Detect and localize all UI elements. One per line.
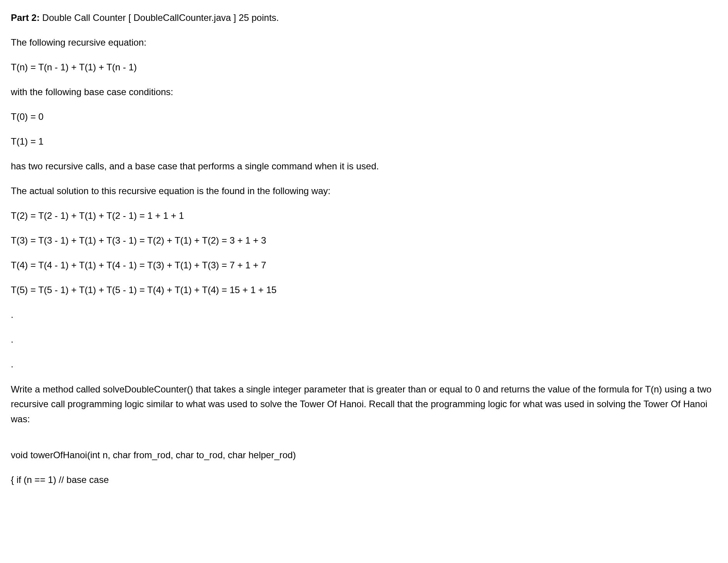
intro-text: The following recursive equation: <box>11 36 717 49</box>
part-header: Part 2: Double Call Counter [ DoubleCall… <box>11 11 717 25</box>
base-case-0: T(0) = 0 <box>11 110 717 124</box>
part-title: Double Call Counter [ DoubleCallCounter.… <box>40 12 279 23</box>
code-signature: void towerOfHanoi(int n, char from_rod, … <box>11 448 717 462</box>
task-description: Write a method called solveDoubleCounter… <box>11 382 714 427</box>
t2-expansion: T(2) = T(2 - 1) + T(1) + T(2 - 1) = 1 + … <box>11 209 717 223</box>
t4-expansion: T(4) = T(4 - 1) + T(1) + T(4 - 1) = T(3)… <box>11 258 717 272</box>
base-case-1: T(1) = 1 <box>11 135 717 148</box>
t3-expansion: T(3) = T(3 - 1) + T(1) + T(3 - 1) = T(2)… <box>11 234 717 247</box>
solution-intro: The actual solution to this recursive eq… <box>11 184 717 198</box>
code-body: { if (n == 1) // base case <box>11 473 717 487</box>
base-case-intro: with the following base case conditions: <box>11 85 717 99</box>
ellipsis-dot-1: . <box>11 308 717 322</box>
ellipsis-dot-3: . <box>11 357 717 371</box>
recursive-equation: T(n) = T(n - 1) + T(1) + T(n - 1) <box>11 60 717 74</box>
spacer <box>11 437 717 448</box>
ellipsis-dot-2: . <box>11 333 717 346</box>
description-text: has two recursive calls, and a base case… <box>11 159 717 173</box>
part-label: Part 2: <box>11 12 40 23</box>
t5-expansion: T(5) = T(5 - 1) + T(1) + T(5 - 1) = T(4)… <box>11 283 717 297</box>
